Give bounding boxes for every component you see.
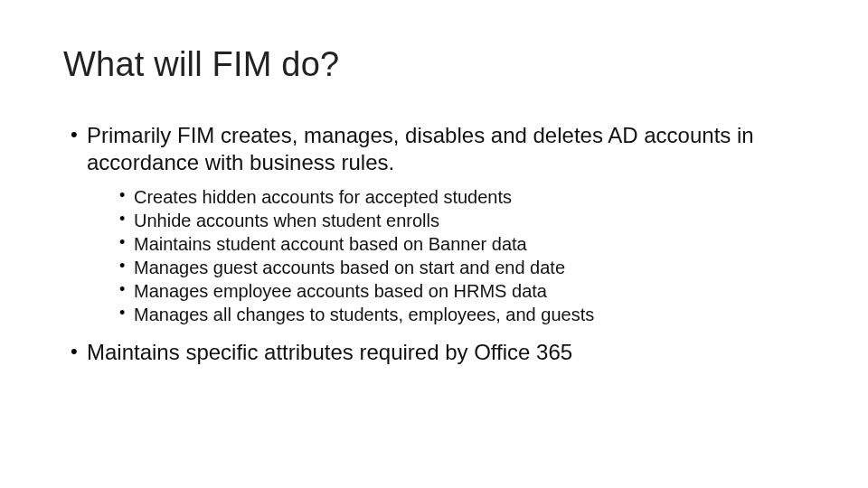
sub-list-item: Creates hidden accounts for accepted stu… <box>119 185 805 209</box>
sub-list-item: Maintains student account based on Banne… <box>119 232 805 256</box>
slide-title: What will FIM do? <box>63 45 805 84</box>
sub-list-item: Manages all changes to students, employe… <box>119 303 805 326</box>
bullet-list: Primarily FIM creates, manages, disables… <box>63 122 805 366</box>
list-item: Primarily FIM creates, manages, disables… <box>71 122 805 326</box>
list-item: Maintains specific attributes required b… <box>71 339 805 366</box>
bullet-text: Primarily FIM creates, manages, disables… <box>87 123 754 174</box>
sub-list-item: Manages employee accounts based on HRMS … <box>119 279 805 303</box>
sub-list-item: Manages guest accounts based on start an… <box>119 256 805 279</box>
bullet-text: Maintains specific attributes required b… <box>87 340 572 364</box>
sub-list-item: Unhide accounts when student enrolls <box>119 209 805 232</box>
sub-bullet-list: Creates hidden accounts for accepted stu… <box>87 185 805 326</box>
